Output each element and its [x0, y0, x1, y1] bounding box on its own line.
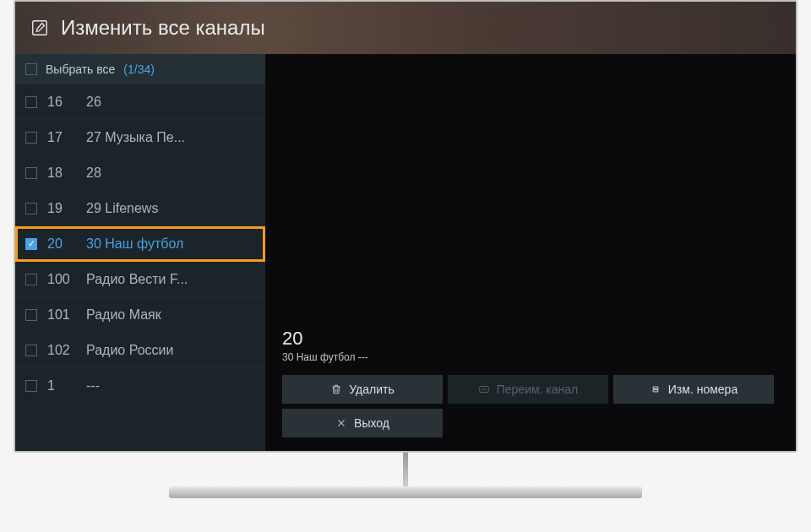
select-all-count: (1/34) — [123, 62, 155, 76]
checkbox-icon[interactable] — [25, 96, 37, 108]
channel-number: 16 — [47, 95, 76, 110]
channel-row[interactable]: 1--- — [15, 368, 265, 404]
svg-rect-0 — [33, 21, 47, 35]
channel-row[interactable]: 101Радио Маяк — [15, 297, 265, 333]
channel-info-name: 30 Наш футбол --- — [282, 351, 779, 363]
edit-icon — [30, 19, 49, 37]
channel-name: Радио России — [86, 343, 255, 358]
checkbox-icon[interactable] — [25, 380, 37, 392]
tv-stand-bar — [403, 453, 408, 486]
channel-name: 26 — [86, 95, 255, 110]
rename-label: Переим. канал — [497, 383, 579, 396]
channel-name: 27 Музыка Пе... — [86, 130, 255, 145]
main-area: 20 30 Наш футбол --- Удалить Переим. кан… — [265, 54, 796, 451]
channel-row[interactable]: 102Радио России — [15, 333, 265, 368]
channel-number: 100 — [47, 272, 76, 287]
channel-number: 101 — [47, 307, 76, 323]
channel-number: 102 — [47, 343, 76, 358]
close-icon — [335, 417, 347, 429]
channel-name: Радио Вести F... — [86, 272, 255, 287]
channel-number: 19 — [47, 201, 76, 216]
checkbox-icon[interactable] — [25, 203, 37, 214]
checkbox-icon[interactable] — [25, 274, 37, 285]
channel-row[interactable]: ✓2030 Наш футбол — [15, 226, 265, 262]
channel-name: Радио Маяк — [86, 307, 255, 323]
channel-name: 30 Наш футбол — [86, 236, 255, 252]
exit-label: Выход — [354, 416, 389, 430]
swap-icon — [650, 383, 661, 395]
rename-icon — [478, 383, 490, 395]
checkbox-icon[interactable] — [25, 167, 37, 179]
tv-frame: Изменить все каналы Выбрать все (1/34) 1… — [14, 0, 797, 453]
checkbox-icon[interactable] — [25, 132, 37, 144]
channel-number: 1 — [47, 378, 76, 394]
channel-list[interactable]: 16261727 Музыка Пе...18281929 Lifenews✓2… — [15, 84, 265, 451]
checkbox-icon[interactable] — [25, 63, 37, 75]
checkmark-icon[interactable]: ✓ — [25, 238, 37, 250]
channel-number: 20 — [47, 236, 76, 252]
channel-row[interactable]: 100Радио Вести F... — [15, 262, 265, 297]
delete-label: Удалить — [349, 383, 394, 396]
channel-row[interactable]: 1626 — [15, 84, 265, 120]
channel-row[interactable]: 1929 Lifenews — [15, 191, 265, 226]
channel-name: 29 Lifenews — [86, 201, 255, 216]
channel-preview — [265, 54, 796, 328]
select-all-row[interactable]: Выбрать все (1/34) — [15, 54, 265, 84]
checkbox-icon[interactable] — [25, 309, 37, 321]
tv-stand-base — [169, 486, 642, 498]
checkbox-icon[interactable] — [25, 345, 37, 356]
channel-sidebar: Выбрать все (1/34) 16261727 Музыка Пе...… — [15, 54, 265, 451]
channel-row[interactable]: 1828 — [15, 155, 265, 191]
channel-number: 17 — [47, 130, 76, 145]
trash-icon — [330, 383, 342, 395]
renumber-button[interactable]: Изм. номера — [613, 375, 774, 404]
rename-button[interactable]: Переим. канал — [448, 375, 608, 404]
channel-name: 28 — [86, 166, 255, 181]
channel-info-number: 20 — [282, 328, 779, 350]
exit-button[interactable]: Выход — [282, 409, 443, 437]
channel-info: 20 30 Наш футбол --- — [265, 328, 796, 366]
action-bar: Удалить Переим. канал Изм. номера Выход — [265, 366, 796, 451]
channel-name: --- — [86, 378, 255, 394]
page-title: Изменить все каналы — [61, 16, 265, 40]
delete-button[interactable]: Удалить — [282, 375, 443, 404]
select-all-label: Выбрать все — [46, 62, 115, 76]
channel-row[interactable]: 1727 Музыка Пе... — [15, 120, 265, 155]
page-header: Изменить все каналы — [15, 2, 796, 54]
channel-number: 18 — [47, 166, 76, 181]
screen-body: Выбрать все (1/34) 16261727 Музыка Пе...… — [15, 54, 796, 451]
renumber-label: Изм. номера — [668, 383, 738, 396]
